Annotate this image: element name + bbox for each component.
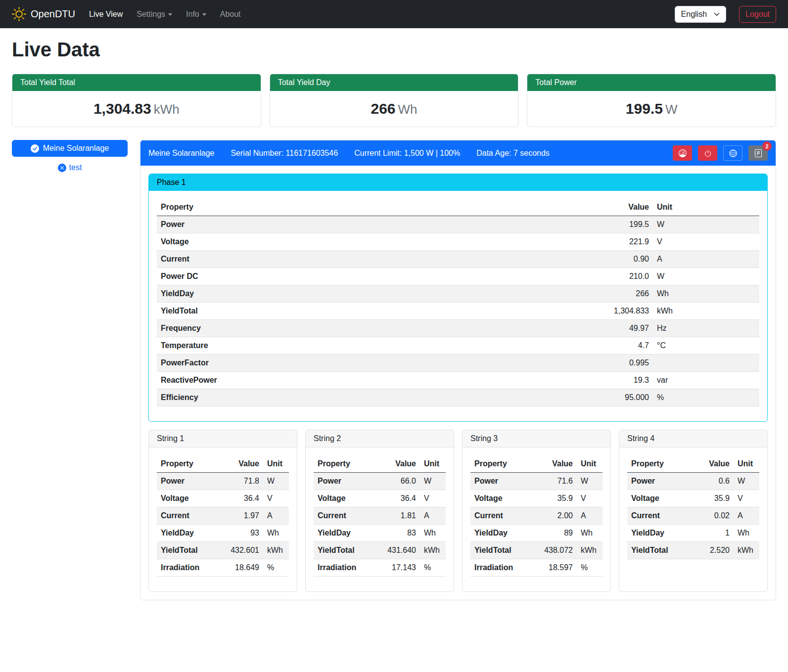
row-value: 49.97 — [554, 320, 653, 337]
row-unit: Wh — [653, 285, 759, 303]
logout-button[interactable]: Logout — [739, 6, 776, 23]
column-header-property: Property — [470, 455, 537, 473]
device-info-button[interactable] — [723, 145, 742, 161]
row-unit: A — [263, 507, 289, 525]
event-log-button[interactable]: 2 — [748, 145, 768, 161]
row-value: 266 — [554, 285, 653, 303]
row-property: Frequency — [157, 320, 554, 337]
phase-table: Property Value Unit Power — [157, 199, 759, 406]
power-button[interactable] — [698, 145, 717, 161]
cpu-icon — [729, 149, 737, 157]
column-header-property: Property — [157, 199, 554, 216]
row-property: Irradiation — [470, 559, 537, 577]
table-row: YieldTotal 431.640 kWh — [314, 542, 446, 559]
nav-live-view[interactable]: Live View — [82, 6, 130, 23]
table-row: YieldDay 266 Wh — [157, 285, 759, 303]
table-row: Irradiation 18.649 % — [157, 559, 289, 577]
row-unit: V — [263, 490, 289, 507]
nav-settings[interactable]: Settings — [130, 6, 179, 23]
inverter-data-age: Data Age: 7 seconds — [476, 149, 550, 158]
row-value: 1 — [694, 525, 734, 542]
table-row: Current 0.90 A — [157, 251, 759, 268]
string-card-3: String 3 Property Value Unit — [462, 430, 611, 592]
row-property: Power — [157, 216, 554, 233]
column-header-unit: Unit — [263, 455, 289, 473]
row-value: 71.6 — [537, 473, 577, 490]
row-unit: W — [420, 473, 446, 490]
summary-card-value: 266 — [371, 100, 395, 117]
summary-card-unit: W — [665, 102, 678, 117]
string-card-1: String 1 Property Value Unit — [148, 430, 297, 592]
row-unit: kWh — [653, 303, 759, 320]
row-value: 36.4 — [380, 490, 420, 507]
column-header-property: Property — [157, 455, 224, 473]
nav-about[interactable]: About — [213, 6, 248, 23]
nav-info[interactable]: Info — [179, 6, 213, 23]
table-row: Current 2.00 A — [470, 507, 603, 525]
row-property: YieldTotal — [157, 303, 554, 320]
table-row: YieldTotal 2.520 kWh — [627, 542, 759, 559]
row-value: 221.9 — [554, 233, 653, 251]
summary-cards: Total Yield Total 1,304.83kWh Total Yiel… — [12, 74, 776, 127]
journal-icon — [754, 149, 762, 157]
row-unit: kWh — [577, 542, 603, 559]
language-select[interactable]: English — [675, 6, 726, 23]
inverter-select-button[interactable]: Meine Solaranlage — [12, 140, 128, 157]
row-value: 4.7 — [554, 337, 653, 355]
row-property: Current — [314, 507, 380, 525]
row-value: 438.072 — [537, 542, 577, 559]
row-unit: A — [734, 507, 759, 525]
table-row: YieldDay 93 Wh — [157, 525, 289, 542]
row-value: 93 — [224, 525, 263, 542]
row-property: Current — [157, 507, 224, 525]
summary-card-title: Total Yield Total — [12, 74, 261, 91]
table-row: YieldTotal 1,304.833 kWh — [157, 303, 759, 320]
row-property: Efficiency — [157, 389, 554, 406]
row-value: 210.0 — [554, 268, 653, 285]
page-content: Live Data Total Yield Total 1,304.83kWh … — [0, 39, 788, 620]
row-property: Voltage — [157, 233, 554, 251]
table-row: Voltage 35.9 V — [470, 490, 603, 507]
row-property: Current — [627, 507, 694, 525]
table-row: Efficiency 95.000 % — [157, 389, 759, 406]
summary-card: Total Yield Total 1,304.83kWh — [12, 74, 261, 127]
row-value: 0.90 — [554, 251, 653, 268]
table-row: Current 0.02 A — [627, 507, 759, 525]
summary-card-value: 1,304.83 — [93, 100, 151, 117]
sidebar-item-test[interactable]: test — [12, 163, 128, 172]
row-value: 1.81 — [380, 507, 420, 525]
row-property: Power — [314, 473, 380, 490]
summary-card: Total Power 199.5W — [527, 74, 776, 127]
table-header-row: Property Value Unit — [157, 455, 289, 473]
limit-settings-button[interactable] — [673, 145, 692, 161]
row-value: 1,304.833 — [554, 303, 653, 320]
table-row: Frequency 49.97 Hz — [157, 320, 759, 337]
string-body: Property Value Unit Power — [306, 448, 454, 591]
row-unit: V — [734, 490, 759, 507]
event-count-badge: 2 — [762, 141, 772, 151]
string-title: String 1 — [149, 430, 297, 448]
sidebar-test-label: test — [69, 163, 82, 172]
table-row: YieldDay 83 Wh — [314, 525, 446, 542]
row-unit: V — [653, 233, 759, 251]
phase-body: Property Value Unit Power — [149, 191, 767, 421]
table-row: Voltage 36.4 V — [157, 490, 289, 507]
row-value: 19.3 — [554, 372, 653, 389]
summary-card-body: 266Wh — [270, 91, 518, 127]
table-row: Power 71.8 W — [157, 473, 289, 490]
column-header-value: Value — [694, 455, 734, 473]
navbar-right: English Logout — [675, 6, 776, 23]
string-table: Property Value Unit Power — [314, 455, 446, 577]
summary-card-unit: kWh — [154, 102, 180, 117]
brand[interactable]: OpenDTU — [12, 7, 75, 21]
row-property: YieldTotal — [627, 542, 694, 559]
table-row: Temperature 4.7 °C — [157, 337, 759, 355]
table-row: Power DC 210.0 W — [157, 268, 759, 285]
row-property: PowerFactor — [157, 355, 554, 372]
row-value: 89 — [537, 525, 577, 542]
row-unit: Wh — [420, 525, 446, 542]
string-title: String 3 — [463, 430, 610, 448]
row-unit: °C — [653, 337, 759, 355]
table-row: Voltage 36.4 V — [314, 490, 446, 507]
row-property: Irradiation — [314, 559, 380, 577]
